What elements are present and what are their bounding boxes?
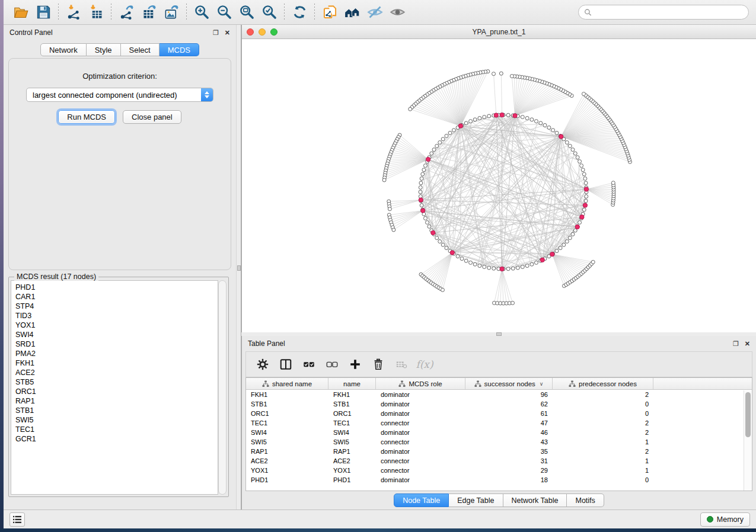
network-canvas[interactable] (242, 39, 756, 332)
mcds-result-item[interactable]: SWI5 (15, 415, 218, 425)
table-cell: 18 (465, 476, 553, 483)
zoom-out-button[interactable] (213, 2, 235, 23)
run-mcds-button[interactable]: Run MCDS (58, 110, 115, 124)
tab-motifs[interactable]: Motifs (567, 493, 604, 507)
column-header-successor-nodes[interactable]: successor nodes∨ (465, 378, 553, 389)
close-panel-button[interactable]: Close panel (123, 110, 181, 124)
network-view-titlebar[interactable]: YPA_prune.txt_1 (242, 25, 756, 39)
show-columns-button[interactable] (276, 355, 295, 374)
table-cell: dominator (376, 476, 465, 483)
scrollbar-thumb[interactable] (745, 392, 751, 437)
table-cell: SWI5 (328, 438, 376, 446)
mcds-result-item[interactable]: ORC1 (15, 387, 218, 396)
tab-select[interactable]: Select (121, 43, 160, 56)
mcds-result-item[interactable]: TID3 (15, 311, 218, 321)
save-session-button[interactable] (32, 2, 55, 23)
table-cell: connector (376, 419, 465, 427)
mcds-result-scrollbar[interactable] (218, 280, 227, 495)
tab-network-table[interactable]: Network Table (503, 493, 567, 507)
mcds-result-item[interactable]: STB5 (15, 377, 218, 387)
mcds-result-item[interactable]: SRD1 (15, 339, 218, 349)
optimization-criterion-select[interactable]: largest connected component (undirected) (26, 88, 213, 102)
select-all-button[interactable] (299, 355, 318, 374)
search-input[interactable] (592, 8, 743, 17)
export-network-button[interactable] (115, 2, 138, 23)
column-header-mcds-role[interactable]: MCDS role (376, 378, 465, 389)
table-row[interactable]: FKH1FKH1dominator962 (246, 390, 752, 399)
mcds-result-list[interactable]: PHD1CAR1STP4TID3YOX1SWI4SRD1PMA2FKH1ACE2… (11, 280, 218, 495)
column-header-name[interactable]: name (328, 378, 376, 389)
mcds-result-item[interactable]: RAP1 (15, 396, 218, 406)
mcds-result-item[interactable]: TEC1 (15, 425, 218, 434)
memory-button[interactable]: Memory (700, 512, 750, 527)
mcds-result-item[interactable]: ACE2 (15, 368, 218, 377)
delete-column-button[interactable] (369, 355, 388, 374)
toolbar-separator (284, 4, 285, 21)
control-panel-tabs: NetworkStyleSelectMCDS (4, 43, 236, 56)
tab-style[interactable]: Style (87, 43, 121, 56)
tab-edge-table[interactable]: Edge Table (449, 493, 503, 507)
zoom-selected-icon (261, 4, 277, 20)
zoom-fit-button[interactable] (235, 2, 258, 23)
refresh-button[interactable] (288, 2, 311, 23)
table-row[interactable]: ACE2ACE2connector311 (246, 456, 752, 466)
add-column-button[interactable] (346, 355, 365, 374)
zoom-selected-button[interactable] (258, 2, 280, 23)
hide-selected-button[interactable] (363, 2, 386, 23)
table-row[interactable]: PHD1PHD1dominator180 (246, 475, 752, 485)
float-panel-icon[interactable]: ❐ (213, 29, 219, 37)
column-type-icon (569, 380, 576, 387)
mcds-result-item[interactable]: PMA2 (15, 349, 218, 358)
column-header-predecessor-nodes[interactable]: predecessor nodes (553, 378, 653, 389)
table-row[interactable]: SWI5SWI5connector431 (246, 437, 752, 447)
tab-mcds[interactable]: MCDS (160, 43, 199, 56)
table-row[interactable]: SWI4SWI4dominator462 (246, 428, 752, 437)
first-neighbors-button[interactable] (341, 2, 363, 23)
splitter-grip[interactable] (237, 265, 241, 271)
table-panel-title: Table Panel (248, 339, 285, 348)
mcds-result-item[interactable]: SWI4 (15, 330, 218, 339)
mcds-result-item[interactable]: GCR1 (15, 434, 218, 444)
import-table-button[interactable] (85, 2, 107, 23)
vertical-splitter[interactable] (236, 25, 241, 509)
table-panel: Table Panel ❐ ✕ (241, 336, 756, 509)
sort-indicator[interactable]: ∨ (540, 381, 544, 387)
mcds-result-item[interactable]: STB1 (15, 406, 218, 415)
table-cell: SWI4 (246, 429, 328, 436)
table-row[interactable]: TEC1TEC1connector472 (246, 418, 752, 428)
tab-node-table[interactable]: Node Table (394, 493, 449, 507)
export-table-button[interactable] (138, 2, 160, 23)
table-row[interactable]: STB1STB1dominator620 (246, 399, 752, 409)
table-cell: PHD1 (246, 476, 328, 483)
mcds-result-item[interactable]: PHD1 (15, 283, 218, 292)
mcds-result-item[interactable]: STP4 (15, 302, 218, 311)
task-history-button[interactable] (9, 512, 25, 527)
import-network-button[interactable] (62, 2, 85, 23)
table-cell: 0 (553, 410, 653, 417)
tab-network[interactable]: Network (40, 43, 87, 56)
float-panel-icon[interactable]: ❐ (733, 340, 739, 348)
import-table-icon (88, 4, 104, 20)
close-panel-icon[interactable]: ✕ (225, 29, 230, 37)
show-all-button[interactable] (386, 2, 409, 23)
mcds-result-item[interactable]: YOX1 (15, 321, 218, 330)
open-file-button[interactable] (9, 2, 32, 23)
table-scrollbar[interactable] (744, 390, 752, 491)
refresh-icon (292, 4, 308, 20)
zoom-in-icon (194, 4, 210, 20)
gear-icon (256, 358, 269, 371)
clone-network-button[interactable] (318, 2, 341, 23)
column-header-shared-name[interactable]: shared name (246, 378, 328, 389)
mcds-result-item[interactable]: FKH1 (15, 358, 218, 368)
table-cell: ORC1 (246, 410, 328, 417)
zoom-in-button[interactable] (190, 2, 213, 23)
mcds-result-item[interactable]: CAR1 (15, 292, 218, 302)
export-image-button[interactable] (160, 2, 183, 23)
table-settings-button[interactable] (253, 355, 272, 374)
table-row[interactable]: ORC1ORC1dominator610 (246, 409, 752, 418)
close-panel-icon[interactable]: ✕ (745, 340, 750, 348)
search-field[interactable] (578, 5, 749, 20)
table-row[interactable]: YOX1YOX1connector291 (246, 466, 752, 475)
table-row[interactable]: RAP1RAP1dominator352 (246, 447, 752, 456)
clear-selection-button[interactable] (323, 355, 342, 374)
